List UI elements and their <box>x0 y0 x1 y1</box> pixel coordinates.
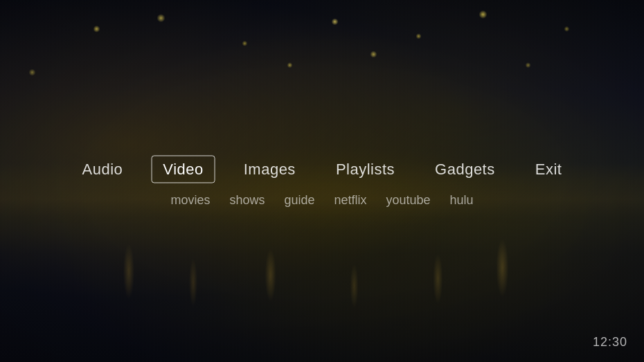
sub-item-youtube[interactable]: youtube <box>386 192 431 207</box>
nav-bar: Audio Video Images Playlists Gadgets Exi… <box>71 155 574 183</box>
nav-item-gadgets[interactable]: Gadgets <box>423 155 507 183</box>
sub-item-guide[interactable]: guide <box>284 192 314 207</box>
sub-nav-bar: movies shows guide netflix youtube hulu <box>170 192 473 207</box>
nav-item-video[interactable]: Video <box>151 155 215 183</box>
nav-item-audio[interactable]: Audio <box>71 155 135 183</box>
nav-item-exit[interactable]: Exit <box>524 155 574 183</box>
sub-item-movies[interactable]: movies <box>170 192 210 207</box>
menu-container: Audio Video Images Playlists Gadgets Exi… <box>71 155 574 207</box>
nav-item-images[interactable]: Images <box>232 155 307 183</box>
nav-item-playlists[interactable]: Playlists <box>324 155 406 183</box>
sub-item-netflix[interactable]: netflix <box>334 192 366 207</box>
clock-display: 12:30 <box>593 335 627 350</box>
sub-item-shows[interactable]: shows <box>229 192 265 207</box>
sub-item-hulu[interactable]: hulu <box>450 192 474 207</box>
